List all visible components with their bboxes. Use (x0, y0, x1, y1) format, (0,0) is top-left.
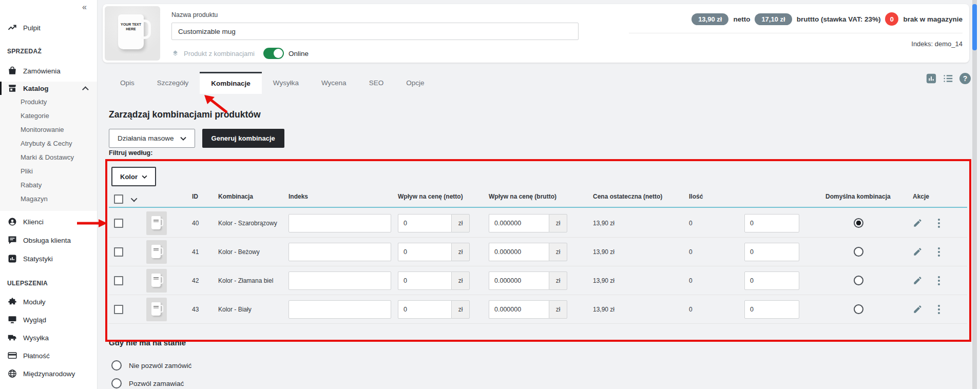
edit-icon[interactable] (913, 304, 923, 314)
online-toggle[interactable] (263, 48, 284, 59)
impact-net-input[interactable] (398, 243, 451, 261)
combinations-diamond-icon (171, 50, 179, 57)
sidebar-item-kategorie[interactable]: Kategorie (0, 109, 97, 123)
impact-net-input[interactable] (398, 300, 451, 319)
default-combination-radio[interactable] (854, 304, 863, 314)
product-name-input[interactable] (171, 23, 579, 40)
kebab-menu-icon[interactable] (937, 218, 941, 229)
kebab-menu-icon[interactable] (937, 275, 941, 286)
puzzle-icon (8, 297, 17, 306)
table-row: 40 Kolor - Szarobrązowy zł zł 13,90 zł 0 (109, 209, 967, 238)
row-checkbox[interactable] (114, 219, 123, 228)
col-header-qty: Ilość (688, 193, 744, 207)
sidebar-item-wysylka[interactable]: Wysyłka (0, 331, 97, 344)
sidebar-item-zamowienia[interactable]: Zamówienia (0, 64, 97, 77)
combination-id: 40 (188, 209, 217, 237)
index-input[interactable] (289, 214, 391, 232)
sidebar-item-magazyn[interactable]: Magazyn (0, 192, 97, 206)
sidebar-item-pulpit[interactable]: Pulpit (0, 21, 97, 34)
card-divider (629, 33, 963, 33)
edit-icon[interactable] (913, 276, 923, 285)
deny-order-radio[interactable] (111, 360, 122, 371)
impact-gross-input[interactable] (489, 271, 549, 290)
generate-combinations-button[interactable]: Generuj kombinacje (202, 129, 284, 148)
stats-toolbar-icon[interactable] (926, 73, 937, 84)
sidebar-item-produkty[interactable]: Produkty (0, 95, 97, 109)
sidebar-item-platnosc[interactable]: Płatność (0, 349, 97, 362)
tab-wycena[interactable]: Wycena (310, 72, 358, 94)
impact-gross-input[interactable] (489, 243, 549, 261)
sidebar-item-label: Statystyki (23, 255, 53, 263)
combinations-badge-label: Produkt z kombinacjami (184, 50, 255, 57)
index-input[interactable] (289, 300, 391, 319)
edit-icon[interactable] (913, 218, 923, 228)
kebab-menu-icon[interactable] (937, 246, 941, 258)
sidebar-item-miedzynarodowy[interactable]: Międzynarodowy (0, 367, 97, 380)
combination-name: Kolor - Biały (217, 295, 289, 323)
sidebar-item-katalog[interactable]: Katalog (0, 82, 97, 95)
row-checkbox[interactable] (114, 247, 123, 257)
list-view-icon[interactable] (943, 73, 954, 84)
scrollbar-thumb[interactable] (972, 4, 977, 50)
bulk-actions-button[interactable]: Działania masowe (109, 129, 195, 148)
row-checkbox[interactable] (114, 305, 123, 314)
impact-gross-input[interactable] (489, 214, 549, 232)
attribute-filter-select[interactable]: Kolor (111, 167, 156, 186)
gross-price-label: bruttto (stawka VAT: 23%) (797, 15, 881, 23)
quantity-input[interactable] (744, 300, 799, 319)
sidebar-item-marki-dostawcy[interactable]: Marki & Dostawcy (0, 150, 97, 164)
tab-kombinacje[interactable]: Kombinacje (200, 72, 262, 94)
quantity-input[interactable] (744, 214, 799, 232)
default-combination-radio[interactable] (854, 218, 863, 228)
sidebar-item-rabaty[interactable]: Rabaty (0, 178, 97, 192)
table-row: 41 Kolor - Beżowy zł zł 13,90 zł 0 (109, 238, 967, 266)
sidebar-item-wyglad[interactable]: Wygląd (0, 313, 97, 326)
sidebar-item-atrybuty-cechy[interactable]: Atrybuty & Cechy (0, 137, 97, 150)
kebab-menu-icon[interactable] (937, 304, 941, 315)
quantity-input[interactable] (744, 243, 799, 261)
combinations-title: Zarządzaj kombinacjami produktów (109, 109, 261, 120)
edit-icon[interactable] (913, 247, 923, 257)
impact-net-input[interactable] (398, 214, 451, 232)
bulk-select-chevron-icon[interactable] (131, 196, 138, 202)
chevron-down-icon (142, 175, 147, 179)
impact-net-input[interactable] (398, 271, 451, 290)
tab-seo[interactable]: SEO (358, 72, 395, 94)
sidebar-item-obsluga-klienta[interactable]: Obsługa klienta (0, 234, 97, 247)
tab-opis[interactable]: Opis (109, 72, 146, 94)
tab-szczegoly[interactable]: Szczegóły (146, 72, 200, 94)
trend-up-icon (8, 23, 17, 32)
row-checkbox[interactable] (114, 276, 123, 285)
help-icon[interactable]: ? (959, 73, 971, 84)
chat-bubble-icon (8, 236, 17, 245)
store-icon (8, 84, 17, 93)
currency-suffix: zł (451, 300, 470, 319)
sidebar-item-pliki[interactable]: Pliki (0, 164, 97, 178)
default-combination-radio[interactable] (854, 276, 863, 285)
combination-thumbnail (146, 240, 167, 264)
sidebar-item-statystyki[interactable]: Statystyki (0, 252, 97, 265)
quantity-input[interactable] (744, 271, 799, 290)
sidebar-item-monitorowanie[interactable]: Monitorowanie (0, 123, 97, 137)
allow-order-radio[interactable] (111, 378, 122, 388)
select-all-checkbox[interactable] (114, 194, 123, 204)
combinations-table-body: 40 Kolor - Szarobrązowy zł zł 13,90 zł 0… (109, 209, 967, 324)
sidebar-collapse-button[interactable]: « (82, 3, 87, 12)
sidebar-section-sprzedaz: SPRZEDAŻ (7, 48, 97, 56)
sidebar-item-label: Wysyłka (23, 334, 49, 342)
default-combination-radio[interactable] (854, 247, 863, 257)
out-of-stock-title: Gdy nie ma na stanie (109, 338, 186, 347)
mini-mug-image (151, 245, 161, 258)
combination-thumbnail (146, 298, 167, 321)
sidebar-item-klienci[interactable]: Klienci (0, 215, 97, 228)
tab-wysylka[interactable]: Wysyłka (262, 72, 310, 94)
tab-opcje[interactable]: Opcje (395, 72, 435, 94)
index-input[interactable] (289, 271, 391, 290)
mug-text-line2: HERE (118, 27, 144, 32)
sidebar-item-moduly[interactable]: Moduły (0, 295, 97, 308)
deny-order-label: Nie pozwól zamówić (129, 362, 191, 369)
col-header-impact-gross: Wpływ na cenę (brutto) (489, 193, 593, 207)
index-input[interactable] (289, 243, 391, 261)
impact-gross-input[interactable] (489, 300, 549, 319)
scrollbar-track[interactable] (972, 0, 977, 389)
